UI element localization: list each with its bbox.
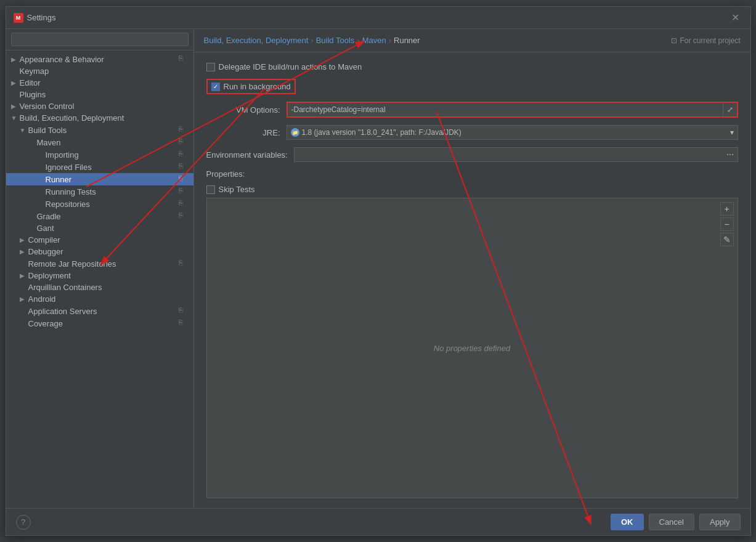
sidebar-item-label: Debugger [28,247,189,256]
jre-folder-icon: 📁 [291,128,299,137]
sidebar-item-ignored-files[interactable]: Ignored Files ⎘ [6,161,193,173]
sidebar-item-appearance[interactable]: ▶ Appearance & Behavior ⎘ [6,53,193,65]
sidebar-item-maven[interactable]: Maven ⎘ [6,136,193,148]
sidebar-item-runner[interactable]: Runner ⎘ [6,173,193,185]
footer-left: ? [16,515,31,530]
expand-icon: ▶ [20,237,28,243]
sidebar-item-deployment[interactable]: ▶ Deployment [6,270,193,281]
title-bar: M Settings ✕ [6,7,750,29]
expand-icon: ▼ [11,115,20,121]
expand-icon: ▶ [20,296,28,302]
copy-icon: ⎘ [179,54,189,64]
jre-icon: 📁 1.8 (java version "1.8.0_241", path: F… [291,128,461,137]
for-project-icon: ⊡ [671,36,677,45]
cancel-button[interactable]: Cancel [649,514,694,530]
sidebar-item-label: Compiler [28,235,189,245]
breadcrumb-build-tools[interactable]: Build Tools [316,36,355,45]
sidebar-item-debugger[interactable]: ▶ Debugger [6,246,193,257]
run-in-background-checkbox[interactable] [211,83,220,91]
main-content: Build, Execution, Deployment › Build Too… [194,29,750,508]
breadcrumb-sep: › [311,36,313,45]
env-vars-browse-icon: ⋯ [726,150,734,159]
sidebar-item-running-tests[interactable]: Running Tests ⎘ [6,185,193,198]
sidebar-item-remote-jar[interactable]: Remote Jar Repositories ⎘ [6,257,193,270]
sidebar-item-label: Build Tools [28,126,179,135]
for-project: ⊡ For current project [671,36,740,45]
breadcrumb-sep: › [389,36,391,45]
sidebar-item-version-control[interactable]: ▶ Version Control [6,100,193,112]
search-input[interactable] [11,33,189,46]
copy-icon: ⎘ [179,174,189,184]
skip-tests-checkbox[interactable] [206,185,215,194]
expand-icon: ▶ [20,248,28,255]
sidebar-item-keymap[interactable]: Keymap [6,65,193,77]
delegate-checkbox[interactable] [206,63,215,71]
expand-icon: ▶ [11,103,20,110]
dialog-body: ▶ Appearance & Behavior ⎘ Keymap ▶ Edito… [6,29,750,508]
env-vars-row: Environment variables: ⋯ [206,147,738,162]
sidebar-item-repositories[interactable]: Repositories ⎘ [6,198,193,210]
sidebar-item-build-exec[interactable]: ▼ Build, Execution, Deployment [6,112,193,124]
env-vars-field[interactable]: ⋯ [294,147,738,162]
sidebar-item-compiler[interactable]: ▶ Compiler [6,234,193,246]
jre-row: JRE: 📁 1.8 (java version "1.8.0_241", pa… [206,125,738,140]
sidebar-item-app-servers[interactable]: Application Servers ⎘ [6,305,193,317]
for-project-text: For current project [680,36,740,45]
properties-section: Properties: Skip Tests No properties def… [206,169,738,498]
sidebar-item-plugins[interactable]: Plugins [6,89,193,100]
expand-icon: ▶ [11,56,20,63]
settings-dialog: M Settings ✕ ▶ Appearance & Behavior ⎘ [6,6,751,536]
breadcrumb-runner: Runner [394,36,420,45]
vm-options-highlight: ⤢ [287,102,738,118]
sidebar-item-label: Plugins [20,90,189,99]
sidebar-item-gradle[interactable]: Gradle ⎘ [6,210,193,222]
jre-value-text: 1.8 (java version "1.8.0_241", path: F:/… [302,128,461,137]
sidebar-item-label: Ignored Files [46,163,179,172]
sidebar-item-label: Build, Execution, Deployment [20,113,189,123]
ok-button[interactable]: OK [611,514,644,530]
breadcrumb-bar: Build, Execution, Deployment › Build Too… [194,29,750,52]
sidebar-item-android[interactable]: ▶ Android [6,293,193,305]
dialog-title: Settings [27,13,56,22]
sidebar: ▶ Appearance & Behavior ⎘ Keymap ▶ Edito… [6,29,194,508]
breadcrumb-maven[interactable]: Maven [362,36,386,45]
sidebar-item-importing[interactable]: Importing ⎘ [6,148,193,161]
app-icon: M [14,13,23,23]
no-properties-text: No properties defined [434,344,510,353]
close-button[interactable]: ✕ [728,10,743,25]
sidebar-item-editor[interactable]: ▶ Editor [6,77,193,89]
vm-options-expand-button[interactable]: ⤢ [723,103,737,116]
jre-select[interactable]: 📁 1.8 (java version "1.8.0_241", path: F… [287,125,738,140]
sidebar-item-gant[interactable]: Gant [6,222,193,234]
properties-area: No properties defined + − ✎ [206,198,738,498]
edit-property-button[interactable]: ✎ [720,233,734,246]
sidebar-item-build-tools[interactable]: ▼ Build Tools ⎘ [6,124,193,136]
copy-icon: ⎘ [179,259,189,269]
copy-icon: ⎘ [179,137,189,147]
add-property-button[interactable]: + [720,202,734,216]
breadcrumb-sep: › [357,36,359,45]
sidebar-item-arquillian[interactable]: Arquillian Containers [6,281,193,293]
sidebar-item-label: Editor [20,78,189,87]
breadcrumb: Build, Execution, Deployment › Build Too… [204,36,420,45]
delegate-checkbox-label[interactable]: Delegate IDE build/run actions to Maven [206,62,362,71]
sidebar-item-label: Keymap [20,67,189,76]
expand-icon: ▶ [11,79,20,86]
jre-dropdown-arrow: ▾ [730,128,734,137]
sidebar-item-coverage[interactable]: Coverage ⎘ [6,317,193,330]
sidebar-item-label: Remote Jar Repositories [28,259,179,269]
delegate-row: Delegate IDE build/run actions to Maven [206,62,738,71]
footer-right: OK Cancel Apply [611,514,741,530]
skip-tests-text: Skip Tests [219,185,255,194]
properties-actions: + − ✎ [720,202,734,246]
skip-tests-label[interactable]: Skip Tests [206,185,255,194]
vm-options-input[interactable] [288,103,723,116]
help-button[interactable]: ? [16,515,31,530]
remove-property-button[interactable]: − [720,217,734,231]
run-in-background-label: Run in background [224,82,291,91]
copy-icon: ⎘ [179,125,189,135]
sidebar-item-label: Version Control [20,102,189,111]
breadcrumb-build-exec[interactable]: Build, Execution, Deployment [204,36,309,45]
apply-button[interactable]: Apply [699,514,741,530]
sidebar-tree: ▶ Appearance & Behavior ⎘ Keymap ▶ Edito… [6,51,193,508]
